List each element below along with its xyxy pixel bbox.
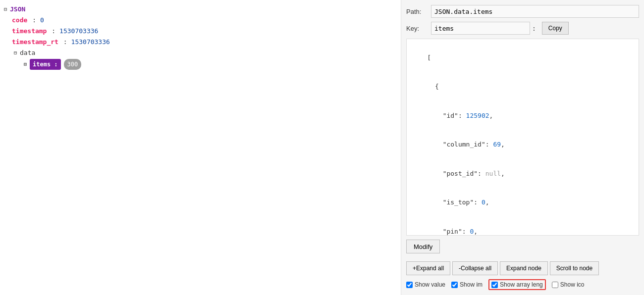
tree-node-data[interactable]: ⊟ data [0,48,401,58]
scroll-to-node-button[interactable]: Scroll to node [550,261,599,275]
path-label: Path: [406,8,431,15]
json-preview[interactable]: [ { "id": 125902, "column_id": 69, "post… [406,39,639,236]
show-ico-label: Show ico [560,281,585,288]
expand-items-icon[interactable]: ⊞ [22,61,29,68]
key-timestamp: timestamp [12,26,47,36]
modify-button[interactable]: Modify [406,240,440,253]
option-show-im[interactable]: Show im [451,281,483,288]
key-label: Key: [406,25,431,32]
copy-button[interactable]: Copy [542,22,569,35]
collapse-data-icon[interactable]: ⊟ [12,49,19,56]
show-value-label: Show value [415,281,445,288]
val-code: 0 [40,15,44,25]
option-show-ico[interactable]: Show ico [552,281,585,288]
json-tree-panel: ⊟ JSON code : 0 timestamp : 1530703336 t… [0,0,401,295]
show-array-leng-checkbox[interactable] [491,282,498,288]
show-im-label: Show im [460,281,483,288]
tree-node-items[interactable]: ⊞ items : 300 [0,58,401,70]
key-input[interactable] [431,22,530,35]
options-row: Show value Show im Show array leng Show … [406,279,639,290]
show-ico-checkbox[interactable] [552,282,558,288]
key-row: Key: : Copy [406,22,639,35]
path-row: Path: [406,5,639,18]
expand-all-button[interactable]: +Expand all [406,261,450,275]
items-count: 300 [64,59,82,70]
tree-root[interactable]: ⊟ JSON [0,4,401,15]
key-data: data [20,48,35,58]
val-timestamp: 1530703336 [59,26,98,36]
collapse-root-icon[interactable]: ⊟ [2,6,9,13]
path-input[interactable] [431,5,639,18]
items-badge[interactable]: items : [30,59,61,70]
expand-node-button[interactable]: Expand node [500,261,548,275]
collapse-all-button[interactable]: -Collapse all [452,261,498,275]
action-buttons-row: +Expand all -Collapse all Expand node Sc… [406,261,639,275]
detail-panel: Path: Key: : Copy [ { "id": 125902, "col… [401,0,644,295]
show-value-checkbox[interactable] [406,282,413,288]
option-show-value[interactable]: Show value [406,281,445,288]
key-code: code [12,15,27,25]
show-im-checkbox[interactable] [451,282,458,288]
tree-node-timestamp: timestamp : 1530703336 [0,26,401,37]
root-label: JSON [10,4,25,14]
show-array-leng-label: Show array leng [500,281,543,288]
key-colon: : [532,25,536,32]
tree-node-timestamp-rt: timestamp_rt : 1530703336 [0,37,401,48]
option-show-array-leng[interactable]: Show array leng [488,279,546,290]
val-timestamp-rt: 1530703336 [71,37,110,47]
key-timestamp-rt: timestamp_rt [12,37,58,47]
tree-node-code: code : 0 [0,15,401,26]
